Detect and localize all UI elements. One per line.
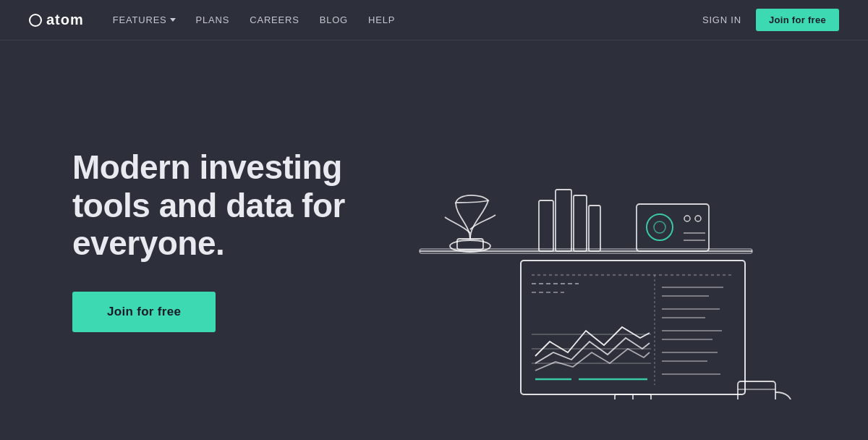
- navbar: atom FEATURES PLANS CAREERS BLOG HELP SI…: [0, 0, 868, 41]
- svg-rect-5: [556, 190, 571, 251]
- svg-rect-4: [539, 200, 553, 251]
- nav-blog[interactable]: BLOG: [320, 14, 348, 25]
- sign-in-link[interactable]: SIGN IN: [702, 14, 741, 25]
- nav-features[interactable]: FEATURES: [113, 14, 176, 25]
- svg-point-12: [695, 216, 701, 221]
- nav-careers[interactable]: CAREERS: [250, 14, 299, 25]
- nav-plans[interactable]: PLANS: [196, 14, 230, 25]
- hero-illustration-svg: [376, 81, 796, 399]
- hero-illustration: [376, 41, 796, 440]
- hero-text: Modern investing tools and data for ever…: [72, 148, 376, 333]
- nav-actions: SIGN IN Join for free: [702, 9, 839, 31]
- hero-section: Modern investing tools and data for ever…: [0, 41, 868, 440]
- svg-point-9: [647, 214, 673, 240]
- nav-links: FEATURES PLANS CAREERS BLOG HELP: [113, 14, 702, 25]
- svg-point-10: [654, 221, 665, 233]
- hero-title: Modern investing tools and data for ever…: [72, 148, 376, 263]
- join-free-nav-button[interactable]: Join for free: [756, 9, 839, 31]
- logo-text: atom: [46, 12, 84, 28]
- site-logo[interactable]: atom: [29, 12, 84, 28]
- chevron-down-icon: [170, 18, 176, 22]
- logo-circle-icon: [29, 14, 42, 27]
- svg-rect-60: [738, 381, 775, 399]
- svg-rect-6: [574, 195, 587, 251]
- nav-help[interactable]: HELP: [368, 14, 395, 25]
- join-free-hero-button[interactable]: Join for free: [72, 292, 216, 332]
- svg-point-11: [684, 216, 690, 221]
- svg-rect-7: [589, 206, 600, 251]
